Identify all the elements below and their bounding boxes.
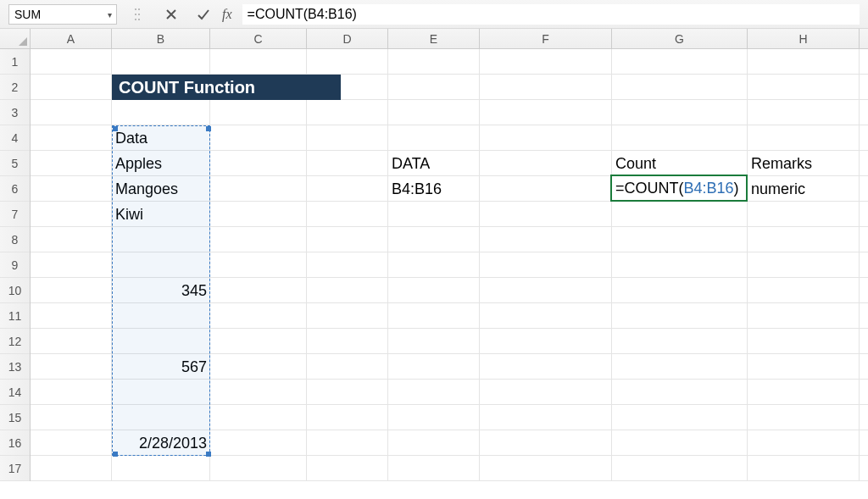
cell-B4[interactable]: Data (112, 125, 210, 151)
row-header-15[interactable]: 15 (0, 405, 30, 430)
formula-prefix: =COUNT( (615, 180, 684, 197)
svg-rect-0 (135, 8, 136, 10)
row-header-4[interactable]: 4 (0, 125, 30, 151)
row-header-1[interactable]: 1 (0, 49, 30, 75)
cell-B10[interactable]: 345 (112, 278, 210, 303)
row-header-14[interactable]: 14 (0, 380, 30, 405)
svg-rect-2 (135, 14, 136, 15)
row-header-13[interactable]: 13 (0, 354, 30, 380)
grid-lines (31, 49, 868, 481)
svg-rect-3 (138, 14, 140, 15)
column-header-F[interactable]: F (480, 29, 612, 48)
row-header-16[interactable]: 16 (0, 430, 30, 456)
cell-B5[interactable]: Apples (112, 151, 210, 176)
formula-drag-icon (129, 4, 149, 25)
cell-B16[interactable]: 2/28/2013 (112, 430, 210, 456)
excel-window: ▾ fx ABCDEFGH 1234567891011121314151617 (0, 0, 868, 481)
cell-G5[interactable]: Count (612, 151, 748, 176)
grid-body: 1234567891011121314151617 COUNT Function… (0, 49, 868, 481)
column-header-B[interactable]: B (112, 29, 210, 48)
cell-H5[interactable]: Remarks (748, 151, 860, 176)
row-header-9[interactable]: 9 (0, 252, 30, 278)
svg-rect-5 (138, 19, 140, 20)
column-header-D[interactable]: D (307, 29, 388, 48)
svg-rect-4 (135, 19, 136, 20)
formula-suffix: ) (734, 180, 739, 197)
cancel-formula-icon[interactable] (161, 4, 181, 25)
name-box-input[interactable] (9, 8, 103, 21)
column-header-H[interactable]: H (748, 29, 860, 48)
row-header-11[interactable]: 11 (0, 303, 30, 329)
title-text: COUNT Function (119, 78, 255, 97)
select-all-corner[interactable] (0, 29, 31, 48)
row-header-2[interactable]: 2 (0, 75, 30, 100)
formula-range-ref: B4:B16 (684, 180, 734, 197)
fx-label[interactable]: fx (217, 4, 237, 25)
formula-bar: ▾ fx (0, 0, 868, 29)
cells-area[interactable]: COUNT Function Data Apples Mangoes Kiwi … (31, 49, 868, 481)
row-header-8[interactable]: 8 (0, 227, 30, 252)
cell-H6[interactable]: numeric (748, 176, 860, 202)
cell-E6[interactable]: B4:B16 (388, 176, 480, 202)
row-header-3[interactable]: 3 (0, 100, 30, 125)
row-header-10[interactable]: 10 (0, 278, 30, 303)
row-header-5[interactable]: 5 (0, 151, 30, 176)
column-header-C[interactable]: C (210, 29, 307, 48)
name-box[interactable]: ▾ (8, 4, 117, 25)
row-header-6[interactable]: 6 (0, 176, 30, 202)
formula-bar-buttons (129, 4, 214, 25)
cell-E5[interactable]: DATA (388, 151, 480, 176)
row-header-17[interactable]: 17 (0, 456, 30, 481)
row-header-12[interactable]: 12 (0, 329, 30, 354)
column-header-A[interactable]: A (31, 29, 112, 48)
editing-cell[interactable]: =COUNT(B4:B16) (610, 175, 748, 202)
svg-rect-1 (138, 8, 140, 10)
enter-formula-icon[interactable] (193, 4, 214, 25)
row-header-7[interactable]: 7 (0, 202, 30, 227)
column-header-E[interactable]: E (388, 29, 480, 48)
row-headers: 1234567891011121314151617 (0, 49, 31, 481)
cell-B13[interactable]: 567 (112, 354, 210, 380)
cell-B7[interactable]: Kiwi (112, 202, 210, 227)
column-header-G[interactable]: G (612, 29, 748, 48)
name-box-dropdown-icon[interactable]: ▾ (103, 5, 116, 24)
column-headers: ABCDEFGH (0, 29, 868, 49)
cell-B6[interactable]: Mangoes (112, 176, 210, 202)
title-cell[interactable]: COUNT Function (112, 75, 341, 100)
formula-input[interactable] (242, 4, 860, 25)
worksheet: ABCDEFGH 1234567891011121314151617 COUNT… (0, 29, 868, 481)
